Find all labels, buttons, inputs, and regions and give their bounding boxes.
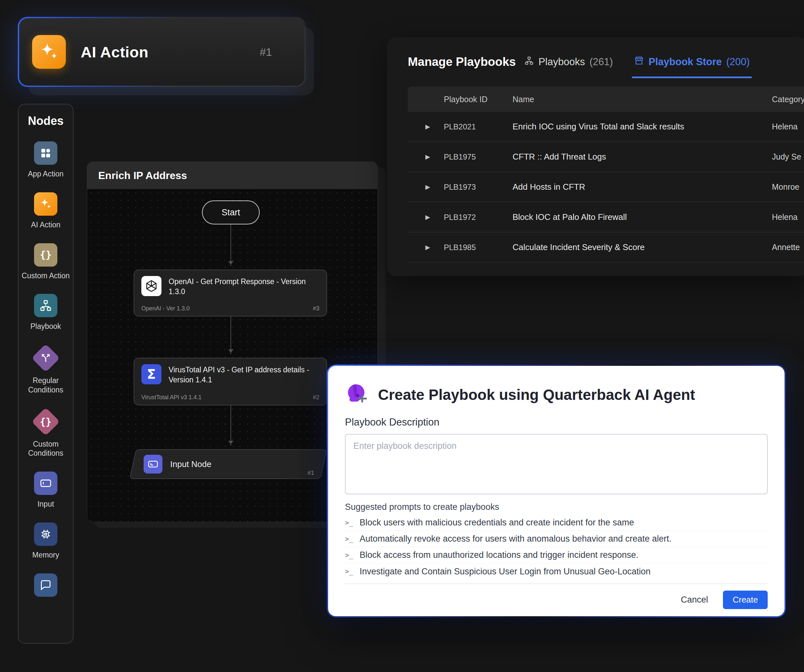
column-header-category: Category — [772, 95, 804, 104]
create-playbook-modal: Create Playbook using Quarterback AI Age… — [328, 366, 784, 616]
connector-arrow — [230, 317, 231, 354]
create-button[interactable]: Create — [723, 590, 768, 609]
tab-label: Playbook Store — [649, 56, 722, 68]
sidebar-item-label: Regular Conditions — [20, 376, 71, 395]
nodes-sidebar: Nodes App Action AI Action {} Custom Act… — [18, 104, 74, 644]
playbook-name: Block IOC at Palo Alto Firewall — [513, 212, 772, 222]
playbook-name: Calculate Incident Severity & Score — [513, 242, 772, 252]
input-icon — [144, 455, 162, 474]
playbook-description-input[interactable] — [345, 434, 768, 494]
row-expander-icon[interactable] — [425, 213, 444, 221]
sidebar-item-label: Memory — [32, 550, 59, 560]
tab-label: Playbooks — [538, 56, 585, 68]
tab-count: (261) — [589, 56, 613, 68]
tab-playbook-store[interactable]: Playbook Store (200) — [634, 56, 750, 69]
playbook-category: Judy Se — [772, 152, 804, 162]
sidebar-item-custom-action[interactable]: {} Custom Action — [22, 243, 70, 281]
sparkles-icon — [34, 192, 57, 216]
sidebar-item-ai-action[interactable]: AI Action — [31, 192, 60, 230]
branch-icon — [31, 344, 60, 372]
sitemap-icon — [34, 294, 57, 317]
ai-action-card-glow: AI Action #1 — [18, 17, 306, 87]
grid-icon — [34, 141, 57, 165]
playbook-name: Enrich IOC using Virus Total and Slack r… — [513, 122, 772, 132]
sidebar-item-playbook[interactable]: Playbook — [31, 294, 61, 331]
playbook-name: Add Hosts in CFTR — [513, 182, 772, 192]
ai-action-card-badge: #1 — [260, 46, 272, 58]
sidebar-item-custom-conditions[interactable]: {} Custom Conditions — [20, 408, 71, 458]
playbooks-tabs: Playbooks (261) Playbook Store (200) — [524, 56, 750, 69]
virustotal-flow-node[interactable]: Σ VirusTotal API v3 - Get IP address det… — [134, 358, 327, 405]
flow-node-badge: #3 — [313, 305, 319, 312]
playbook-category: Monroe — [772, 182, 804, 192]
flow-node-badge: #1 — [308, 469, 314, 476]
table-row[interactable]: PLB2021 Enrich IOC using Virus Total and… — [408, 112, 804, 142]
playbook-category: Helena — [772, 122, 804, 131]
table-row[interactable]: PLB1973 Add Hosts in CFTR Monroe — [408, 172, 804, 203]
sidebar-item-app-action[interactable]: App Action — [28, 141, 64, 179]
terminal-prompt-icon: >_ — [345, 551, 353, 559]
flow-node-title: OpenAI - Get Prompt Response - Version 1… — [168, 276, 319, 297]
playbook-id: PLB1973 — [444, 183, 513, 192]
suggested-prompt[interactable]: >_ Investigate and Contain Suspicious Us… — [345, 563, 768, 580]
table-row[interactable]: PLB1972 Block IOC at Palo Alto Firewall … — [408, 203, 804, 232]
cancel-button[interactable]: Cancel — [681, 595, 708, 605]
playbook-id: PLB1975 — [444, 152, 513, 162]
sidebar-item-label: Input — [37, 499, 54, 509]
flow-node-title: Input Node — [170, 459, 211, 469]
sidebar-item-regular-conditions[interactable]: Regular Conditions — [20, 345, 71, 395]
store-icon — [634, 56, 644, 69]
sidebar-item-label: Custom Action — [22, 271, 70, 281]
table-row[interactable]: PLB1975 CFTR :: Add Threat Logs Judy Se — [408, 142, 804, 172]
ai-action-node-card[interactable]: AI Action #1 — [19, 18, 304, 86]
chat-icon — [34, 574, 57, 597]
ai-action-card-title: AI Action — [81, 43, 149, 61]
sidebar-item-partial[interactable] — [34, 574, 57, 601]
connector-arrow — [230, 405, 231, 446]
row-expander-icon[interactable] — [425, 153, 444, 160]
manage-playbooks-panel: Manage Playbooks Playbooks (261) — [387, 37, 804, 276]
table-row[interactable]: PLB1985 Calculate Incident Severity & Sc… — [408, 232, 804, 263]
suggested-prompt[interactable]: >_ Block access from unauthorized locati… — [345, 547, 768, 563]
row-expander-icon[interactable] — [425, 123, 444, 130]
playbooks-table: Playbook ID Name Category PLB2021 Enrich… — [408, 87, 804, 263]
terminal-prompt-icon: >_ — [345, 567, 353, 576]
sitemap-icon — [524, 56, 534, 68]
playbook-id: PLB1972 — [444, 213, 513, 222]
column-header-name: Name — [513, 95, 772, 104]
input-icon — [34, 472, 57, 495]
sparkles-icon — [32, 35, 66, 69]
openai-logo-icon — [141, 276, 162, 296]
flow-node-badge: #2 — [313, 394, 319, 401]
sidebar-item-label: App Action — [28, 169, 64, 179]
braces-icon: {} — [34, 243, 57, 267]
tab-count: (200) — [726, 56, 750, 68]
page-title: Manage Playbooks — [408, 55, 516, 69]
connector-arrow — [230, 224, 231, 266]
chip-icon — [34, 523, 57, 546]
table-header-row: Playbook ID Name Category — [408, 87, 804, 112]
start-node[interactable]: Start — [202, 200, 260, 224]
sidebar-item-input[interactable]: Input — [34, 472, 57, 509]
sidebar-item-label: Custom Conditions — [20, 440, 71, 458]
football-helmet-icon — [345, 382, 369, 407]
sidebar-item-label: Playbook — [31, 322, 61, 331]
playbook-category: Helena — [772, 213, 804, 222]
suggested-prompt[interactable]: >_ Automatically revoke access for users… — [345, 531, 768, 547]
playbook-category: Annette — [772, 243, 804, 252]
modal-footer: Cancel Create — [345, 584, 768, 616]
suggested-prompts-label: Suggested prompts to create playbooks — [345, 502, 768, 512]
row-expander-icon[interactable] — [425, 183, 444, 191]
column-header-playbook-id: Playbook ID — [444, 95, 513, 104]
description-label: Playbook Description — [345, 417, 768, 428]
flow-node-title: VirusTotal API v3 - Get IP address detai… — [168, 364, 319, 385]
tab-playbooks[interactable]: Playbooks (261) — [524, 56, 613, 68]
input-flow-node[interactable]: Input Node #1 — [132, 449, 324, 479]
suggested-prompt[interactable]: >_ Block users with malicious credential… — [345, 515, 768, 531]
playbook-id: PLB2021 — [444, 122, 513, 131]
openai-flow-node[interactable]: OpenAI - Get Prompt Response - Version 1… — [134, 270, 327, 317]
sidebar-item-memory[interactable]: Memory — [32, 523, 59, 560]
flow-node-subtitle: VirustTotal API v3 1.4.1 — [141, 394, 202, 401]
flow-node-subtitle: OpenAI - Ver 1.3.0 — [141, 305, 190, 312]
row-expander-icon[interactable] — [425, 244, 444, 251]
